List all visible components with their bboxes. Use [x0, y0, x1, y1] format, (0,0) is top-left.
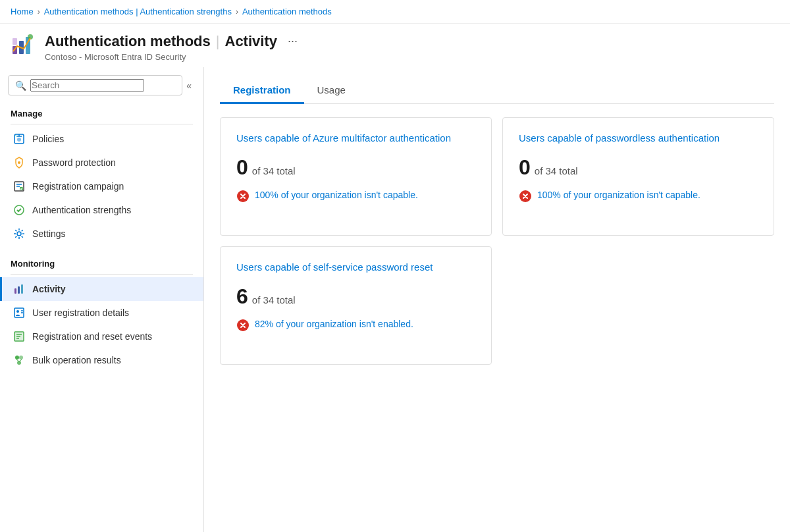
card-sspr: Users capable of self-service password r… — [220, 246, 492, 365]
sidebar-item-bulk-label: Bulk operation results — [32, 355, 121, 365]
sidebar-item-auth-strengths-label: Authentication strengths — [32, 205, 131, 215]
svg-point-26 — [15, 356, 19, 359]
cards-grid: Users capable of Azure multifactor authe… — [220, 117, 774, 365]
breadcrumb: Home › Authentication methods | Authenti… — [0, 0, 790, 24]
section-monitoring-label: Monitoring — [0, 253, 203, 271]
error-icon — [236, 190, 250, 203]
title-separator: | — [216, 33, 220, 50]
breadcrumb-sep-1: › — [38, 7, 40, 16]
breadcrumb-home[interactable]: Home — [11, 7, 34, 16]
breadcrumb-auth-strengths[interactable]: Authentication methods | Authentication … — [44, 7, 232, 16]
search-input[interactable] — [30, 79, 144, 92]
error-icon-2 — [519, 190, 532, 203]
section-manage-label: Manage — [0, 103, 203, 121]
breadcrumb-sep-2: › — [236, 7, 238, 16]
svg-point-18 — [16, 310, 19, 313]
card-sspr-suffix: of 34 total — [252, 294, 296, 306]
sidebar-item-authentication-strengths[interactable]: Authentication strengths — [0, 198, 203, 222]
sidebar-item-reg-reset-label: Registration and reset events — [32, 331, 152, 342]
more-options-button[interactable]: ··· — [282, 32, 303, 51]
monitoring-divider — [11, 274, 193, 275]
header-text: Authentication methods | Activity ··· Co… — [45, 32, 779, 62]
card-azure-mfa-number: 0 — [236, 155, 248, 180]
sidebar-item-activity[interactable]: Activity — [0, 277, 203, 301]
manage-divider — [11, 124, 193, 124]
card-passwordless-title[interactable]: Users capable of passwordless authentica… — [519, 131, 758, 145]
card-passwordless-count: 0 of 34 total — [519, 155, 758, 180]
sidebar-item-registration-campaign[interactable]: Registration campaign — [0, 174, 203, 198]
svg-point-6 — [17, 138, 21, 142]
search-wrapper: 🔍 — [8, 75, 182, 95]
password-icon — [13, 156, 26, 169]
sidebar: 🔍 « Manage Policies — [0, 67, 204, 532]
sidebar-item-password-protection[interactable]: Password protection — [0, 151, 203, 174]
auth-strengths-icon — [13, 203, 26, 217]
card-passwordless-suffix: of 34 total — [535, 165, 578, 176]
card-sspr-status: 82% of your organization isn't enabled. — [236, 318, 475, 332]
page-title: Authentication methods | Activity ··· — [45, 32, 779, 51]
card-azure-mfa: Users capable of Azure multifactor authe… — [220, 117, 492, 236]
policies-icon — [13, 132, 26, 146]
sidebar-item-user-registration[interactable]: User registration details — [0, 301, 203, 325]
sidebar-item-settings[interactable]: Settings — [0, 222, 203, 246]
card-sspr-status-text: 82% of your organization isn't enabled. — [255, 318, 413, 331]
sidebar-item-activity-label: Activity — [32, 284, 66, 294]
svg-rect-14 — [14, 288, 16, 294]
sidebar-item-bulk-operation[interactable]: Bulk operation results — [0, 348, 203, 372]
user-reg-icon — [13, 306, 26, 319]
activity-icon — [13, 282, 26, 296]
tab-registration[interactable]: Registration — [220, 78, 304, 104]
sidebar-item-registration-campaign-label: Registration campaign — [32, 181, 124, 192]
sidebar-item-user-registration-label: User registration details — [32, 307, 129, 318]
page-subtitle: Contoso - Microsoft Entra ID Security — [45, 52, 779, 62]
page-header: Authentication methods | Activity ··· Co… — [0, 24, 790, 67]
reg-reset-icon — [13, 330, 26, 343]
card-sspr-number: 6 — [236, 284, 248, 309]
registration-icon — [13, 180, 26, 193]
search-icon: 🔍 — [15, 80, 26, 91]
card-azure-mfa-status-text: 100% of your organization isn't capable. — [255, 189, 418, 202]
sidebar-item-policies[interactable]: Policies — [0, 127, 203, 151]
card-azure-mfa-status: 100% of your organization isn't capable. — [236, 189, 475, 203]
sidebar-item-settings-label: Settings — [32, 228, 66, 239]
svg-rect-15 — [18, 286, 20, 294]
svg-rect-3 — [13, 38, 17, 45]
title-section: Activity — [225, 33, 277, 50]
title-main: Authentication methods — [45, 33, 211, 50]
main-layout: 🔍 « Manage Policies — [0, 67, 790, 532]
card-sspr-count: 6 of 34 total — [236, 284, 475, 309]
svg-rect-16 — [21, 284, 23, 294]
tab-usage[interactable]: Usage — [304, 78, 359, 104]
sidebar-item-policies-label: Policies — [32, 134, 64, 144]
settings-icon — [13, 227, 26, 240]
card-passwordless-status: 100% of your organization isn't capable. — [519, 189, 758, 203]
card-azure-mfa-count: 0 of 34 total — [236, 155, 475, 180]
card-sspr-title[interactable]: Users capable of self-service password r… — [236, 260, 475, 274]
sidebar-item-registration-reset[interactable]: Registration and reset events — [0, 325, 203, 348]
bulk-icon — [13, 354, 26, 367]
error-icon-3 — [236, 319, 250, 332]
card-azure-mfa-suffix: of 34 total — [252, 165, 296, 176]
sidebar-item-password-protection-label: Password protection — [32, 157, 116, 168]
tabs-container: Registration Usage — [220, 78, 774, 104]
svg-point-13 — [17, 232, 21, 236]
breadcrumb-auth-methods[interactable]: Authentication methods — [242, 7, 332, 16]
card-azure-mfa-title[interactable]: Users capable of Azure multifactor authe… — [236, 131, 475, 145]
card-passwordless-number: 0 — [519, 155, 531, 180]
svg-point-7 — [18, 161, 20, 164]
app-icon — [11, 32, 37, 58]
card-passwordless: Users capable of passwordless authentica… — [502, 117, 774, 236]
collapse-sidebar-button[interactable]: « — [182, 79, 196, 92]
card-passwordless-status-text: 100% of your organization isn't capable. — [537, 189, 700, 202]
search-row: 🔍 « — [8, 75, 196, 95]
svg-point-27 — [19, 356, 23, 359]
main-content: Registration Usage Users capable of Azur… — [204, 67, 790, 532]
